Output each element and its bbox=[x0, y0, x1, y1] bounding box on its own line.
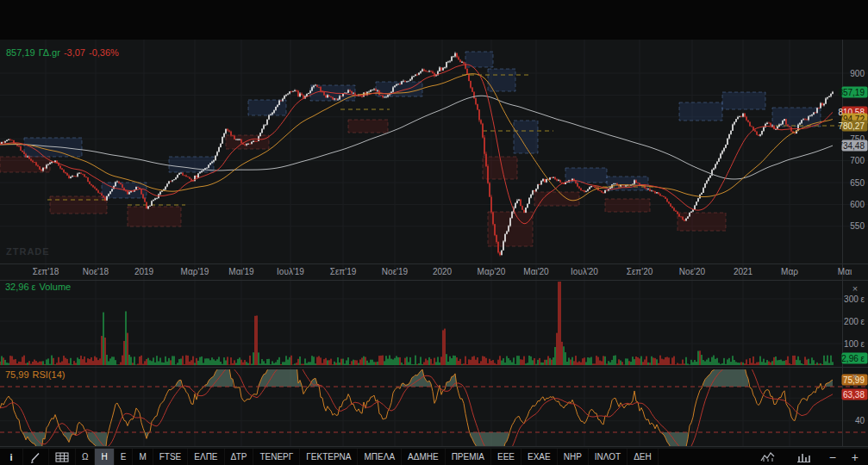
svg-text:2019: 2019 bbox=[134, 267, 154, 276]
svg-text:200 ε: 200 ε bbox=[844, 317, 865, 326]
svg-text:300 ε: 300 ε bbox=[844, 294, 865, 304]
bottom-toolbar: iΩΗΕΜFTSEΕΛΠΕΔΤΡΤΕΝΕΡΓΓΕΚΤΕΡΝΑΜΠΕΛΑΑΔΜΗΕ… bbox=[0, 448, 868, 465]
svg-text:Μαρ: Μαρ bbox=[781, 267, 798, 276]
toolbar-button-ΕΕΕ[interactable]: ΕΕΕ bbox=[491, 449, 521, 465]
toolbar-button-ΤΕΝΕΡΓ[interactable]: ΤΕΝΕΡΓ bbox=[253, 449, 300, 465]
svg-text:63,38: 63,38 bbox=[843, 390, 865, 400]
toolbar-button-Ε[interactable]: Ε bbox=[115, 449, 134, 465]
svg-text:40: 40 bbox=[855, 416, 865, 425]
svg-text:Σεπ'18: Σεπ'18 bbox=[33, 267, 59, 276]
svg-text:Ιουλ'19: Ιουλ'19 bbox=[277, 267, 304, 276]
toolbar-button-ΔΕΗ[interactable]: ΔΕΗ bbox=[628, 449, 659, 465]
toolbar-button-ΝΗΡ[interactable]: ΝΗΡ bbox=[558, 449, 589, 465]
svg-text:2020: 2020 bbox=[433, 267, 453, 276]
svg-text:Νοε'19: Νοε'19 bbox=[382, 267, 409, 276]
svg-text:857,19: 857,19 bbox=[838, 88, 865, 97]
svg-text:Μαρ'20: Μαρ'20 bbox=[478, 267, 506, 276]
svg-text:i: i bbox=[9, 452, 12, 462]
svg-text:734,48: 734,48 bbox=[838, 141, 865, 151]
price-chart-canvas[interactable]: 900750700650600550300 ε200 ε100 ε40Σεπ'1… bbox=[0, 0, 868, 448]
trading-app-window: 900750700650600550300 ε200 ε100 ε40Σεπ'1… bbox=[0, 0, 868, 465]
svg-text:Μαι'19: Μαι'19 bbox=[228, 267, 254, 276]
svg-text:Νοε'20: Νοε'20 bbox=[679, 267, 706, 276]
volume-pane-close-icon[interactable]: × bbox=[849, 282, 861, 294]
toolbar-button-ΕΧΑΕ[interactable]: ΕΧΑΕ bbox=[521, 449, 558, 465]
svg-text:650: 650 bbox=[850, 178, 865, 188]
svg-text:900: 900 bbox=[850, 69, 865, 78]
svg-text:32,96 ε: 32,96 ε bbox=[837, 354, 865, 363]
toolbar-button-FTSE[interactable]: FTSE bbox=[153, 449, 189, 465]
toolbar-button-ΕΛΠΕ[interactable]: ΕΛΠΕ bbox=[188, 449, 224, 465]
table-icon[interactable] bbox=[49, 449, 76, 465]
toolbar-button-ΓΕΚΤΕΡΝΑ[interactable]: ΓΕΚΤΕΡΝΑ bbox=[300, 449, 358, 465]
bar-chart-icon[interactable] bbox=[791, 451, 816, 462]
toolbar-button-ΠΡΕΜΙΑ[interactable]: ΠΡΕΜΙΑ bbox=[446, 449, 491, 465]
svg-text:Νοε'18: Νοε'18 bbox=[83, 267, 109, 276]
svg-text:Σεπ'20: Σεπ'20 bbox=[627, 267, 653, 276]
svg-text:600: 600 bbox=[850, 200, 865, 209]
combo-chart-icon[interactable] bbox=[754, 451, 781, 462]
svg-text:Σεπ'19: Σεπ'19 bbox=[330, 267, 357, 276]
svg-text:Μαρ'19: Μαρ'19 bbox=[181, 267, 209, 276]
svg-text:2021: 2021 bbox=[734, 267, 753, 276]
info-icon[interactable]: i bbox=[0, 449, 23, 465]
svg-text:100 ε: 100 ε bbox=[844, 339, 865, 349]
toolbar-left-group: iΩΗΕΜFTSEΕΛΠΕΔΤΡΤΕΝΕΡΓΓΕΚΤΕΡΝΑΜΠΕΛΑΑΔΜΗΕ… bbox=[0, 449, 659, 465]
svg-text:Ιουλ'20: Ιουλ'20 bbox=[571, 267, 598, 276]
toolbar-right-group: −+ bbox=[754, 449, 868, 465]
toolbar-button-Μ[interactable]: Μ bbox=[133, 449, 153, 465]
svg-text:700: 700 bbox=[850, 156, 865, 165]
svg-text:780,27: 780,27 bbox=[838, 121, 865, 131]
svg-text:550: 550 bbox=[850, 221, 865, 231]
svg-text:Μαι: Μαι bbox=[838, 267, 852, 276]
toolbar-button-Ω[interactable]: Ω bbox=[76, 449, 95, 465]
toolbar-button-Η[interactable]: Η bbox=[95, 449, 114, 465]
toolbar-button-+[interactable]: + bbox=[849, 450, 861, 465]
toolbar-button-ΔΤΡ[interactable]: ΔΤΡ bbox=[225, 449, 254, 465]
toolbar-button-ΜΠΕΛΑ[interactable]: ΜΠΕΛΑ bbox=[358, 449, 402, 465]
pencil-icon[interactable] bbox=[23, 449, 49, 465]
toolbar-button-ΑΔΜΗΕ[interactable]: ΑΔΜΗΕ bbox=[402, 449, 446, 465]
toolbar-button-ΙΝΛΟΤ[interactable]: ΙΝΛΟΤ bbox=[589, 449, 628, 465]
rsi-pane-close-icon[interactable]: × bbox=[849, 370, 861, 382]
toolbar-button-−[interactable]: − bbox=[827, 450, 839, 465]
svg-text:Μαι'20: Μαι'20 bbox=[523, 267, 549, 276]
